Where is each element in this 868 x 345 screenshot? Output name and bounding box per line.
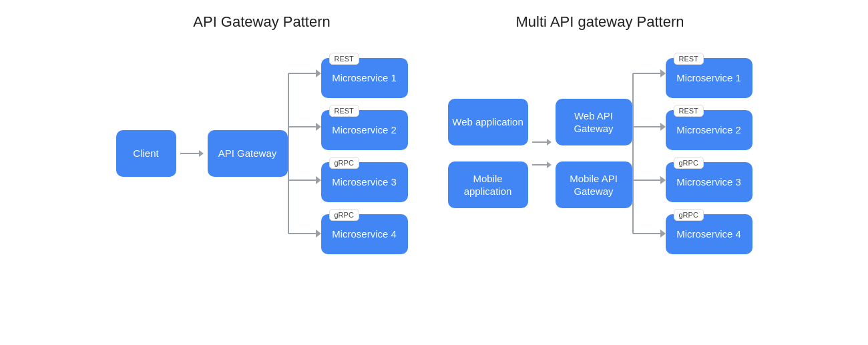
svg-marker-7 bbox=[316, 176, 321, 184]
ms2-protocol: REST bbox=[329, 105, 359, 117]
svg-marker-6 bbox=[316, 123, 321, 131]
ms4-protocol: gRPC bbox=[329, 209, 359, 221]
diagrams-container: API Gateway Pattern Client API Gateway bbox=[0, 0, 868, 345]
svg-marker-8 bbox=[316, 230, 321, 238]
ms3-wrapper: gRPC Microservice 3 bbox=[321, 157, 408, 202]
mobile-gw-box: Mobile API Gateway bbox=[556, 161, 632, 208]
svg-marker-14 bbox=[660, 69, 666, 77]
left-microservices-column: REST Microservice 1 REST Microservice 2 … bbox=[321, 53, 408, 254]
mobile-arrow bbox=[532, 161, 552, 168]
right-fork-svg bbox=[632, 47, 666, 260]
ms1-protocol: REST bbox=[329, 53, 359, 65]
r-ms3-wrapper: gRPC Microservice 3 bbox=[666, 157, 752, 202]
ms1-wrapper: REST Microservice 1 bbox=[321, 53, 408, 98]
r-ms1-wrapper: REST Microservice 1 bbox=[666, 53, 752, 98]
right-diagram-title: Multi API gateway Pattern bbox=[516, 13, 684, 31]
svg-marker-16 bbox=[660, 176, 666, 184]
apps-column: Web application Mobile application bbox=[448, 99, 528, 208]
fork-svg bbox=[288, 47, 321, 260]
web-app-box: Web application bbox=[448, 99, 528, 145]
app-to-gw-arrows bbox=[532, 139, 552, 168]
svg-marker-17 bbox=[660, 230, 666, 238]
ms2-wrapper: REST Microservice 2 bbox=[321, 105, 408, 150]
right-diagram-body: Web application Mobile application Web A… bbox=[448, 47, 752, 260]
svg-marker-5 bbox=[316, 69, 321, 77]
left-diagram-body: Client API Gateway bbox=[116, 47, 408, 260]
ms3-protocol: gRPC bbox=[329, 157, 359, 169]
client-box: Client bbox=[116, 130, 176, 177]
left-diagram: API Gateway Pattern Client API Gateway bbox=[116, 13, 408, 260]
r-ms3-protocol: gRPC bbox=[674, 157, 704, 169]
right-fork-section: REST Microservice 1 REST Microservice 2 … bbox=[632, 47, 752, 260]
fork-section: REST Microservice 1 REST Microservice 2 … bbox=[288, 47, 408, 260]
gateways-column: Web API Gateway Mobile API Gateway bbox=[556, 99, 632, 208]
mobile-app-box: Mobile application bbox=[448, 161, 528, 208]
ms4-wrapper: gRPC Microservice 4 bbox=[321, 209, 408, 254]
right-diagram: Multi API gateway Pattern Web applicatio… bbox=[448, 13, 752, 260]
api-gateway-box: API Gateway bbox=[208, 130, 288, 177]
r-ms4-wrapper: gRPC Microservice 4 bbox=[666, 209, 752, 254]
r-ms1-protocol: REST bbox=[674, 53, 704, 65]
web-gw-box: Web API Gateway bbox=[556, 99, 632, 145]
svg-marker-15 bbox=[660, 123, 666, 131]
left-diagram-title: API Gateway Pattern bbox=[193, 13, 330, 31]
right-microservices-column: REST Microservice 1 REST Microservice 2 … bbox=[666, 53, 752, 254]
web-arrow bbox=[532, 139, 552, 145]
r-ms2-protocol: REST bbox=[674, 105, 704, 117]
r-ms4-protocol: gRPC bbox=[674, 209, 704, 221]
client-to-gateway-arrow bbox=[180, 150, 204, 157]
r-ms2-wrapper: REST Microservice 2 bbox=[666, 105, 752, 150]
